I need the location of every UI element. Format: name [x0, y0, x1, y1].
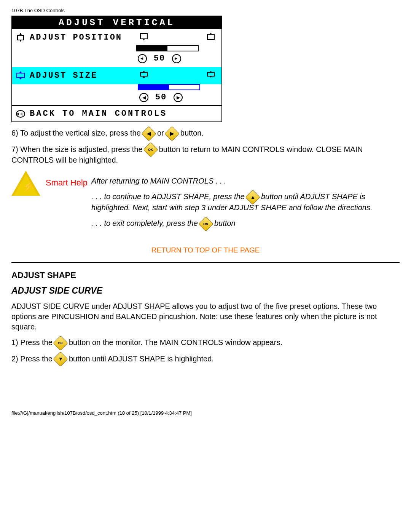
right-button-icon: ▶: [164, 126, 180, 141]
divider: [11, 262, 400, 263]
svg-rect-11: [17, 73, 24, 78]
warning-icon: ⚡: [11, 171, 40, 196]
smart-help-label: Smart Help: [46, 171, 88, 189]
svg-rect-17: [207, 72, 214, 76]
position-down-icon: [139, 33, 148, 43]
step-7: 7) When the size is adjusted, press the …: [11, 144, 400, 166]
arrow-right-icon: ▶: [174, 93, 183, 102]
osd-title: ADJUST VERTICAL: [12, 16, 221, 29]
osd-row-position: ADJUST POSITION ◀ 50 ▶: [12, 29, 221, 67]
osd-row-label: ADJUST SIZE: [30, 71, 136, 80]
ok-button-icon: OK: [53, 335, 68, 351]
svg-marker-12: [19, 71, 22, 73]
osd-back-row: OK BACK TO MAIN CONTROLS: [12, 106, 221, 121]
step-6: 6) To adjust the vertical size, press th…: [11, 128, 400, 139]
smart-help-line2: . . . to continue to ADJUST SHAPE, press…: [91, 192, 400, 213]
svg-marker-19: [210, 76, 212, 78]
arrow-left-icon: ◀: [138, 54, 147, 63]
svg-marker-4: [19, 40, 22, 42]
vert-size-icon: [15, 71, 26, 80]
position-up-icon: [206, 33, 215, 43]
position-slider: [136, 45, 199, 51]
ok-icon: OK: [15, 109, 26, 118]
page-footer: file:///G|/manual/english/107B/osd/osd_c…: [11, 410, 400, 416]
smart-help-block: ⚡ Smart Help After returning to MAIN CON…: [11, 171, 400, 234]
section-step-1: 1) Press the OK button on the monitor. T…: [11, 337, 400, 348]
left-button-icon: ◀: [142, 126, 157, 141]
svg-rect-5: [140, 34, 147, 39]
size-slider: [138, 84, 200, 90]
svg-marker-10: [210, 33, 212, 34]
size-value: 50: [151, 93, 170, 102]
osd-row-label: ADJUST POSITION: [30, 33, 136, 42]
smart-help-line3: . . . to exit completely, press the OK b…: [91, 218, 400, 229]
osd-back-label: BACK TO MAIN CONTROLS: [30, 109, 167, 118]
up-button-icon: ▲: [245, 190, 261, 205]
subsection-heading: ADJUST SIDE CURVE: [11, 286, 400, 296]
size-shrink-icon: [139, 71, 148, 80]
svg-marker-13: [19, 78, 22, 80]
section-intro: ADJUST SIDE CURVE under ADJUST SHAPE all…: [11, 301, 400, 332]
svg-text:OK: OK: [17, 112, 24, 117]
svg-rect-0: [18, 35, 24, 40]
position-value: 50: [150, 54, 169, 63]
svg-rect-8: [207, 34, 214, 40]
page-header: 107B The OSD Controls: [11, 8, 400, 13]
smart-help-line1: After returning to MAIN CONTROLS . . .: [91, 176, 400, 186]
arrow-left-icon: ◀: [139, 93, 148, 102]
svg-marker-3: [19, 33, 22, 35]
osd-panel: ADJUST VERTICAL ADJUST POSITION ◀ 50 ▶ A…: [11, 16, 222, 122]
arrow-right-icon: ▶: [172, 54, 181, 63]
svg-marker-7: [143, 39, 145, 40]
svg-marker-18: [210, 71, 212, 72]
return-top-link[interactable]: RETURN TO TOP OF THE PAGE: [11, 246, 400, 254]
svg-rect-14: [140, 72, 147, 76]
osd-row-size: ADJUST SIZE: [12, 67, 221, 84]
ok-button-icon: OK: [143, 142, 158, 158]
size-grow-icon: [206, 71, 215, 80]
down-button-icon: ▼: [53, 352, 68, 367]
vert-position-icon: [15, 33, 26, 42]
ok-button-icon: OK: [199, 216, 214, 232]
section-heading: ADJUST SHAPE: [11, 270, 400, 280]
section-step-2: 2) Press the ▼ button until ADJUST SHAPE…: [11, 354, 400, 365]
